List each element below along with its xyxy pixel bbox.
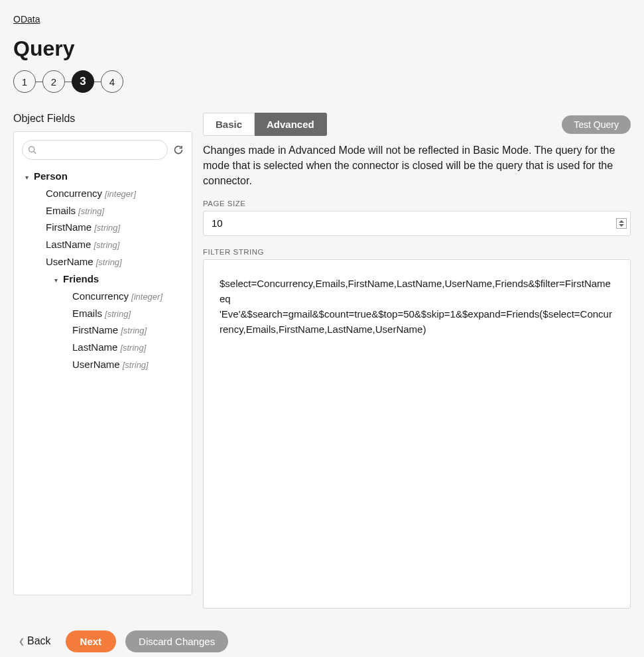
tree-leaf[interactable]: UserName[string] (22, 253, 184, 270)
tree-label: FirstName (72, 323, 118, 337)
back-button[interactable]: ❮ Back (13, 635, 56, 647)
tab-advanced[interactable]: Advanced (255, 113, 327, 136)
tree-label: LastName (72, 340, 117, 355)
tree-type: [string] (94, 222, 120, 235)
svg-point-0 (29, 147, 34, 152)
tree-leaf[interactable]: Emails[string] (22, 305, 184, 322)
tree-label: Emails (46, 204, 76, 218)
tree-label: FirstName (46, 220, 92, 235)
breadcrumb-link[interactable]: OData (13, 14, 40, 25)
next-button[interactable]: Next (66, 630, 117, 652)
stepper: 1 2 3 4 (13, 70, 631, 93)
step-connector (65, 82, 72, 82)
filter-string-input[interactable] (203, 259, 631, 609)
page-title: Query (13, 36, 631, 61)
step-2[interactable]: 2 (42, 70, 65, 93)
refresh-icon[interactable] (173, 145, 184, 155)
tree-label: Concurrency (46, 186, 102, 201)
field-tree: ▾PersonConcurrency[integer]Emails[string… (22, 168, 184, 373)
mode-notice: Changes made in Advanced Mode will not b… (203, 143, 631, 189)
tree-label: Person (34, 169, 68, 184)
step-connector (36, 82, 42, 82)
filter-string-label: FILTER STRING (203, 248, 631, 256)
tree-type: [string] (96, 257, 122, 269)
step-1[interactable]: 1 (13, 70, 36, 93)
svg-marker-3 (619, 224, 624, 227)
page-size-input[interactable] (203, 211, 631, 236)
mode-tabs: Basic Advanced (203, 113, 327, 136)
discard-button[interactable]: Discard Changes (125, 630, 228, 652)
tree-type: [string] (120, 342, 146, 355)
tree-type: [integer] (105, 188, 136, 201)
chevron-down-icon[interactable]: ▾ (22, 173, 31, 183)
tree-leaf[interactable]: UserName[string] (22, 356, 184, 373)
page-size-label: PAGE SIZE (203, 200, 631, 208)
tree-leaf[interactable]: Concurrency[integer] (22, 185, 184, 202)
svg-marker-2 (619, 220, 624, 223)
tree-label: LastName (46, 237, 91, 252)
tree-leaf[interactable]: Concurrency[integer] (22, 288, 184, 305)
search-input[interactable] (22, 140, 168, 160)
step-connector (94, 82, 101, 82)
tree-type: [string] (121, 325, 147, 337)
tree-label: Concurrency (72, 289, 129, 304)
tree-leaf[interactable]: LastName[string] (22, 236, 184, 253)
tree-label: UserName (46, 255, 94, 269)
search-icon (28, 146, 36, 154)
step-4[interactable]: 4 (101, 70, 123, 93)
tree-node-friends[interactable]: ▾Friends (22, 270, 184, 288)
tab-basic[interactable]: Basic (203, 113, 255, 136)
tree-leaf[interactable]: LastName[string] (22, 339, 184, 356)
test-query-button[interactable]: Test Query (562, 115, 631, 134)
tree-leaf[interactable]: FirstName[string] (22, 322, 184, 339)
tree-type: [string] (78, 206, 104, 218)
object-fields-label: Object Fields (13, 113, 192, 125)
tree-label: Friends (63, 272, 99, 286)
chevron-left-icon: ❮ (19, 637, 25, 646)
chevron-down-icon[interactable]: ▾ (51, 276, 60, 286)
step-3[interactable]: 3 (72, 70, 94, 93)
tree-label: UserName (72, 357, 120, 372)
page-size-stepper[interactable] (616, 218, 627, 229)
tree-type: [string] (105, 308, 131, 321)
tree-node-person[interactable]: ▾Person (22, 168, 184, 185)
tree-type: [integer] (131, 291, 162, 304)
back-label: Back (27, 635, 51, 647)
tree-leaf[interactable]: Emails[string] (22, 202, 184, 219)
svg-line-1 (34, 151, 36, 153)
tree-leaf[interactable]: FirstName[string] (22, 219, 184, 236)
tree-type: [string] (123, 359, 149, 372)
tree-type: [string] (94, 239, 119, 252)
tree-label: Emails (72, 306, 102, 321)
object-fields-panel: ▾PersonConcurrency[integer]Emails[string… (13, 131, 192, 595)
